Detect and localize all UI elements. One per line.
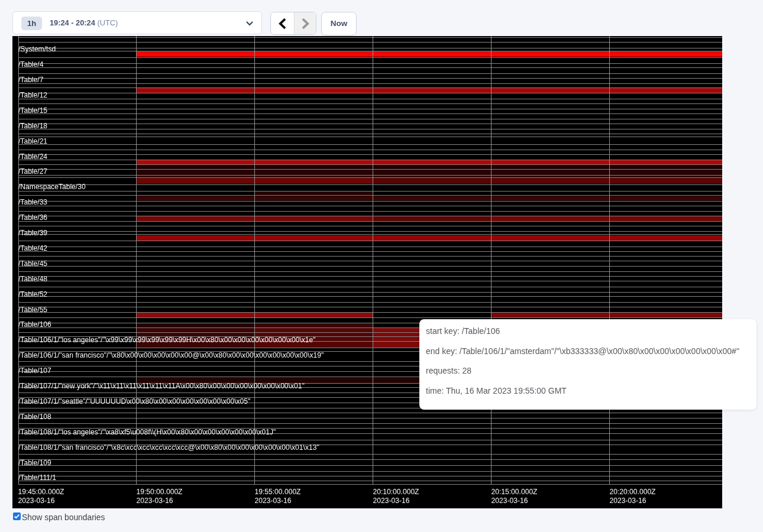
svg-text:20:15:00.000Z: 20:15:00.000Z: [492, 488, 538, 496]
svg-text:/Table/107/1/"seattle"/"UUUUUU: /Table/107/1/"seattle"/"UUUUUUD\x00\x80\…: [18, 397, 250, 406]
svg-text:/Table/108/1/"los angeles"/"\x: /Table/108/1/"los angeles"/"\xa8\xf5\u00…: [18, 428, 276, 436]
svg-text:19:45:00.000Z: 19:45:00.000Z: [18, 488, 65, 496]
svg-text:/Table/108/1/"san francisco"/": /Table/108/1/"san francisco"/"\x8c\xcc\x…: [18, 443, 319, 452]
svg-text:/Table/7: /Table/7: [18, 76, 44, 84]
svg-text:20:10:00.000Z: 20:10:00.000Z: [373, 488, 420, 496]
svg-text:2023-03-16: 2023-03-16: [137, 497, 173, 505]
svg-text:/Table/12: /Table/12: [18, 91, 47, 99]
svg-text:/System/tsd: /System/tsd: [18, 45, 56, 53]
svg-text:2023-03-16: 2023-03-16: [492, 497, 528, 505]
svg-text:/Table/109: /Table/109: [18, 459, 51, 467]
svg-text:/Table/55: /Table/55: [18, 306, 47, 314]
svg-text:/Table/106/1/"los angeles"/"\x: /Table/106/1/"los angeles"/"\x99\x99\x99…: [18, 336, 316, 344]
svg-text:2023-03-16: 2023-03-16: [18, 497, 55, 505]
svg-text:19:50:00.000Z: 19:50:00.000Z: [137, 488, 183, 496]
svg-text:2023-03-16: 2023-03-16: [610, 497, 646, 505]
svg-text:/Table/24: /Table/24: [18, 153, 47, 161]
svg-text:/Table/4: /Table/4: [18, 60, 44, 69]
svg-text:/Table/106/1/"san francisco"/": /Table/106/1/"san francisco"/"\x80\x00\x…: [18, 351, 324, 359]
svg-text:/Table/15: /Table/15: [18, 106, 47, 115]
svg-text:20:20:00.000Z: 20:20:00.000Z: [610, 488, 657, 496]
svg-text:/Table/48: /Table/48: [18, 275, 47, 283]
svg-text:2023-03-16: 2023-03-16: [255, 497, 292, 505]
svg-text:/Table/107/1/"new york"/"\x11\: /Table/107/1/"new york"/"\x11\x11\x11\x1…: [18, 382, 305, 390]
svg-text:/Table/39: /Table/39: [18, 229, 47, 237]
svg-text:/Table/45: /Table/45: [18, 259, 47, 268]
svg-text:/Table/36: /Table/36: [18, 213, 47, 222]
svg-text:2023-03-16: 2023-03-16: [373, 497, 410, 505]
svg-text:/Table/106: /Table/106: [18, 320, 51, 329]
svg-text:/Table/18: /Table/18: [18, 122, 47, 130]
svg-text:/Table/33: /Table/33: [18, 198, 47, 206]
svg-text:/Table/108: /Table/108: [18, 413, 51, 421]
svg-text:19:55:00.000Z: 19:55:00.000Z: [255, 488, 302, 496]
svg-text:/Table/42: /Table/42: [18, 244, 47, 252]
svg-text:/Table/107: /Table/107: [18, 366, 51, 375]
svg-text:/Table/27: /Table/27: [18, 167, 47, 176]
svg-text:/Table/111/1: /Table/111/1: [18, 473, 56, 482]
svg-text:/Table/52: /Table/52: [18, 290, 47, 299]
svg-text:/NamespaceTable/30: /NamespaceTable/30: [18, 183, 86, 191]
svg-text:/Table/21: /Table/21: [18, 137, 47, 145]
